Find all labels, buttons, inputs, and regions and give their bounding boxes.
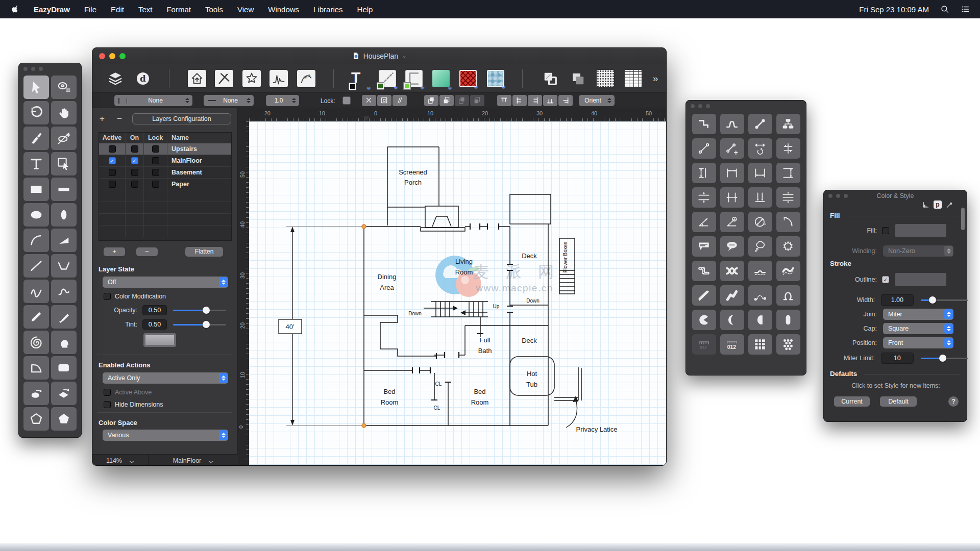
dumbbell-line-button[interactable]: [748, 114, 772, 134]
rect-fill-button[interactable]: [23, 178, 49, 201]
lock-checkbox[interactable]: [152, 181, 159, 188]
outline-checkbox[interactable]: ✓: [882, 276, 889, 283]
align-left-button[interactable]: [512, 95, 527, 106]
help-button[interactable]: ?: [948, 396, 959, 407]
grid-swatch-button[interactable]: [748, 334, 772, 355]
layer-row-mainfloor[interactable]: ✓✓MainFloor: [99, 155, 231, 167]
text-tool-button[interactable]: [23, 152, 49, 176]
color-space-dropdown[interactable]: Various: [103, 430, 228, 441]
dim-right-button[interactable]: [776, 163, 800, 183]
select-inside-button[interactable]: [51, 152, 77, 176]
rotate-blob-button[interactable]: [23, 382, 49, 405]
tint-field[interactable]: 0.50: [142, 319, 167, 330]
active-layer-control[interactable]: MainFloor⌄: [149, 455, 238, 466]
pentagon-fill-button[interactable]: [51, 407, 77, 431]
join-dropdown[interactable]: Miter: [883, 309, 953, 320]
align-bottom-button[interactable]: [543, 95, 557, 106]
menu-text[interactable]: Text: [138, 5, 153, 14]
undo-tool-button[interactable]: [23, 101, 49, 124]
text-style-button[interactable]: T⌄: [349, 68, 371, 89]
layers-configuration-button[interactable]: Layers Configuration: [132, 113, 231, 124]
title-chevron-icon[interactable]: ⌄: [402, 53, 406, 59]
hatch-band-button[interactable]: [692, 285, 716, 306]
d-shape-button[interactable]: [748, 310, 772, 330]
pipe-elbow-button[interactable]: [692, 261, 716, 281]
chevron-band-button[interactable]: [720, 285, 744, 306]
send-backward-button[interactable]: [470, 95, 484, 106]
layer-row-empty[interactable]: [99, 202, 231, 214]
lock-checkbox[interactable]: [152, 157, 159, 164]
vertical-ruler[interactable]: 50403020100: [238, 121, 249, 466]
menu-file[interactable]: File: [84, 5, 96, 14]
bring-forward-button[interactable]: [455, 95, 469, 106]
select-cursor-button[interactable]: [23, 76, 49, 99]
active-checkbox[interactable]: [109, 169, 116, 176]
angle-dim-button[interactable]: [692, 212, 716, 232]
pacman-shape-button[interactable]: [692, 310, 716, 330]
ruler-off-button[interactable]: 012: [692, 334, 716, 355]
fill-style-blue-texture-button[interactable]: ⌄: [484, 68, 507, 89]
fill-style-red-pattern-button[interactable]: ⌄: [457, 68, 479, 89]
spiral-tool-button[interactable]: [23, 331, 49, 354]
unlink-tool-button[interactable]: [51, 127, 77, 150]
wave-cross-button[interactable]: [776, 261, 800, 281]
profile-tool-button[interactable]: [51, 331, 77, 354]
menu-format[interactable]: Format: [166, 5, 191, 14]
arrow-ends-dropdown[interactable]: None: [114, 95, 192, 106]
annotation-tools-button[interactable]: [213, 68, 235, 89]
on-checkbox[interactable]: ✓: [131, 157, 138, 164]
menu-help[interactable]: Help: [357, 5, 373, 14]
title-bar[interactable]: HousePlan ⌄: [92, 48, 666, 64]
close-button[interactable]: [99, 53, 105, 59]
align-top-button[interactable]: [497, 95, 511, 106]
scurve-tool-button[interactable]: [51, 280, 77, 303]
hatch-button[interactable]: [393, 95, 407, 106]
color-modification-checkbox[interactable]: [104, 293, 111, 300]
dim-cols-arrows-button[interactable]: [748, 187, 772, 208]
dim-rows-arrows-button[interactable]: [776, 187, 800, 208]
palette-window-dots[interactable]: [686, 101, 806, 112]
dim-rotate-button[interactable]: [748, 138, 772, 159]
width-field[interactable]: 1.00: [881, 294, 914, 306]
star-shape-button[interactable]: [240, 68, 263, 89]
org-chart-button[interactable]: [776, 114, 800, 134]
bump-line-button[interactable]: [748, 261, 772, 281]
lock-checkbox[interactable]: [152, 169, 159, 176]
pill-shape-button[interactable]: [776, 310, 800, 330]
dim-offset-button[interactable]: [776, 138, 800, 159]
enabled-actions-dropdown[interactable]: Active Only: [103, 372, 228, 384]
freeform-path-button[interactable]: [748, 285, 772, 306]
on-checkbox[interactable]: [131, 145, 138, 153]
pattern-dots-button[interactable]: [594, 68, 617, 89]
active-checkbox[interactable]: [109, 145, 116, 153]
dim-bottom-button[interactable]: [748, 163, 772, 183]
brush-tool-button[interactable]: [51, 305, 77, 329]
align-middle-button[interactable]: [558, 95, 573, 106]
elbow-line-button[interactable]: [692, 114, 716, 134]
dash-style-dropdown[interactable]: None: [204, 95, 254, 106]
protractor-button[interactable]: [720, 212, 744, 232]
layer-row-empty[interactable]: [99, 226, 231, 237]
crossover-button[interactable]: [720, 261, 744, 281]
wedge-fill-button[interactable]: [51, 229, 77, 252]
horizontal-ruler[interactable]: -20-1001020304050: [238, 108, 667, 121]
dim-rows-button[interactable]: [692, 187, 716, 208]
house-library-button[interactable]: [186, 68, 208, 89]
dim-top-button[interactable]: [720, 163, 744, 183]
lock-checkbox[interactable]: [342, 96, 351, 105]
fill-style-dark-green-button[interactable]: ⌄: [376, 68, 399, 89]
callout-oval-button[interactable]: [720, 236, 744, 257]
frame-button[interactable]: [377, 95, 391, 106]
menu-app-name[interactable]: EazyDraw: [34, 5, 70, 14]
menu-clock[interactable]: Fri Sep 23 10:09 AM: [859, 5, 929, 14]
layer-row-basement[interactable]: Basement: [99, 167, 231, 179]
miter-slider[interactable]: [921, 358, 968, 359]
palette-window-dots[interactable]: [19, 63, 81, 74]
current-button[interactable]: Current: [834, 396, 870, 407]
active-checkbox[interactable]: [109, 181, 116, 188]
hide-dimensions-checkbox[interactable]: [104, 401, 111, 408]
align-right-button[interactable]: [528, 95, 542, 106]
layer-state-dropdown[interactable]: Off: [103, 277, 228, 288]
apple-icon[interactable]: [11, 5, 20, 14]
add-layer-header-button[interactable]: +: [97, 114, 107, 124]
